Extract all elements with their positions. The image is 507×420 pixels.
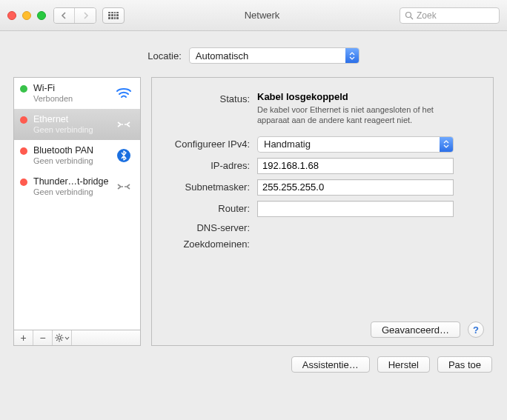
- search-input[interactable]: Zoek: [400, 7, 500, 24]
- window-title: Netwerk: [125, 10, 400, 21]
- searchdomains-row: Zoekdomeinen:: [161, 239, 481, 250]
- advanced-row: Geavanceerd… ?: [371, 321, 484, 338]
- panels: Wi-Fi Verbonden Ethernet Geen verbinding: [13, 77, 494, 346]
- ipv4-value: Handmatig: [264, 139, 311, 150]
- router-field[interactable]: [257, 201, 454, 217]
- search-placeholder: Zoek: [417, 10, 437, 21]
- router-row: Router:: [161, 201, 481, 217]
- sidebar-item-sub: Geen verbinding: [33, 156, 113, 166]
- svg-point-6: [125, 186, 126, 187]
- apply-button[interactable]: Pas toe: [437, 356, 492, 373]
- actions-menu-button[interactable]: [53, 330, 72, 345]
- location-label: Locatie:: [148, 50, 182, 61]
- ip-field[interactable]: [257, 158, 454, 174]
- sidebar-item-ethernet[interactable]: Ethernet Geen verbinding: [14, 109, 140, 140]
- interface-list: Wi-Fi Verbonden Ethernet Geen verbinding: [13, 77, 141, 330]
- mask-field[interactable]: [257, 179, 454, 196]
- svg-line-15: [56, 339, 57, 340]
- sidebar-item-label: Thunder…t-bridge: [33, 176, 113, 187]
- mask-label: Subnetmasker:: [161, 181, 257, 193]
- close-icon[interactable]: [7, 11, 16, 20]
- svg-point-0: [406, 12, 411, 17]
- ipv4-label: Configureer IPv4:: [161, 139, 257, 150]
- sidebar-item-sub: Geen verbinding: [33, 125, 113, 135]
- sidebar-item-bluetooth[interactable]: Bluetooth PAN Geen verbinding: [14, 140, 140, 171]
- status-row: Status: Kabel losgekoppeld De kabel voor…: [161, 91, 481, 126]
- ethernet-icon: [113, 119, 134, 130]
- sidebar-item-label: Wi-Fi: [33, 83, 113, 93]
- ip-label: IP-adres:: [161, 160, 257, 171]
- dns-row: DNS-server:: [161, 222, 481, 233]
- help-button[interactable]: ?: [468, 321, 484, 338]
- bluetooth-icon: [113, 148, 134, 163]
- show-all-button[interactable]: [102, 7, 125, 24]
- svg-point-3: [125, 124, 126, 125]
- svg-point-2: [122, 124, 123, 125]
- search-icon: [405, 11, 414, 20]
- titlebar: Netwerk Zoek: [0, 0, 507, 31]
- status-dot-icon: [20, 85, 27, 93]
- nav-segment: [53, 7, 96, 24]
- location-value: Automatisch: [196, 50, 249, 61]
- sidebar: Wi-Fi Verbonden Ethernet Geen verbinding: [13, 77, 141, 346]
- sidebar-item-wifi[interactable]: Wi-Fi Verbonden: [14, 78, 140, 109]
- assist-button[interactable]: Assistentie…: [291, 356, 370, 373]
- svg-line-12: [56, 335, 57, 336]
- ipv4-select[interactable]: Handmatig: [257, 136, 454, 153]
- add-interface-button[interactable]: +: [14, 330, 33, 345]
- sidebar-item-label: Ethernet: [33, 114, 113, 124]
- back-button[interactable]: [54, 8, 75, 23]
- config-pane: Status: Kabel losgekoppeld De kabel voor…: [151, 77, 494, 346]
- sidebar-item-label: Bluetooth PAN: [33, 145, 113, 156]
- sidebar-footer: + −: [13, 330, 141, 346]
- location-row: Locatie: Automatisch: [13, 47, 494, 64]
- zoom-icon[interactable]: [37, 11, 46, 20]
- sidebar-item-sub: Geen verbinding: [33, 187, 113, 197]
- status-value: Kabel losgekoppeld: [257, 91, 481, 102]
- minimize-icon[interactable]: [22, 11, 31, 20]
- chevron-updown-icon: [345, 48, 359, 63]
- chevron-down-icon: [64, 336, 70, 340]
- remove-interface-button[interactable]: −: [33, 330, 53, 345]
- dns-label: DNS-server:: [161, 222, 257, 233]
- router-label: Router:: [161, 203, 257, 214]
- window-controls: [7, 11, 46, 20]
- sidebar-item-sub: Verbonden: [33, 94, 113, 104]
- ipv4-row: Configureer IPv4: Handmatig: [161, 136, 481, 153]
- sidebar-item-thunderbolt[interactable]: Thunder…t-bridge Geen verbinding: [14, 171, 140, 202]
- forward-button[interactable]: [75, 8, 96, 23]
- wifi-icon: [113, 87, 134, 100]
- svg-point-7: [58, 336, 61, 339]
- advanced-button[interactable]: Geavanceerd…: [371, 321, 460, 338]
- ethernet-icon: [113, 181, 134, 192]
- svg-point-5: [122, 186, 123, 187]
- svg-line-14: [61, 335, 62, 336]
- status-dot-icon: [20, 147, 27, 155]
- content: Locatie: Automatisch Wi-Fi Verbonden: [0, 31, 507, 381]
- status-dot-icon: [20, 116, 27, 124]
- status-label: Status:: [161, 91, 257, 104]
- bottom-buttons: Assistentie… Herstel Pas toe: [13, 356, 494, 373]
- searchdomains-label: Zoekdomeinen:: [161, 239, 257, 250]
- ip-row: IP-adres:: [161, 158, 481, 174]
- svg-line-1: [411, 17, 413, 19]
- gear-icon: [55, 333, 64, 342]
- location-select[interactable]: Automatisch: [189, 47, 359, 64]
- svg-line-13: [61, 339, 62, 340]
- revert-button[interactable]: Herstel: [377, 356, 430, 373]
- mask-row: Subnetmasker:: [161, 179, 481, 196]
- status-description: De kabel voor Ethernet is niet aangeslot…: [257, 104, 450, 126]
- status-dot-icon: [20, 179, 27, 186]
- chevron-updown-icon: [440, 137, 453, 152]
